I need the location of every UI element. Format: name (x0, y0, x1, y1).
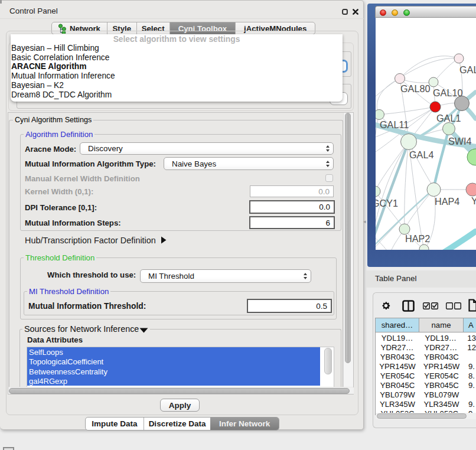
svg-text:SWI4: SWI4 (448, 136, 472, 146)
svg-text:GCY1: GCY1 (376, 198, 398, 208)
svg-text:GAL80: GAL80 (400, 83, 430, 94)
svg-text:GAL11: GAL11 (380, 119, 409, 130)
svg-text:HAP2: HAP2 (405, 233, 430, 244)
svg-text:Y: Y (471, 195, 476, 206)
svg-text:GAL10: GAL10 (433, 87, 462, 98)
svg-text:HAP4: HAP4 (435, 196, 459, 207)
svg-text:GAL4: GAL4 (409, 149, 433, 160)
svg-text:GAL1: GAL1 (436, 113, 461, 123)
svg-text:GAL7: GAL7 (459, 64, 476, 75)
